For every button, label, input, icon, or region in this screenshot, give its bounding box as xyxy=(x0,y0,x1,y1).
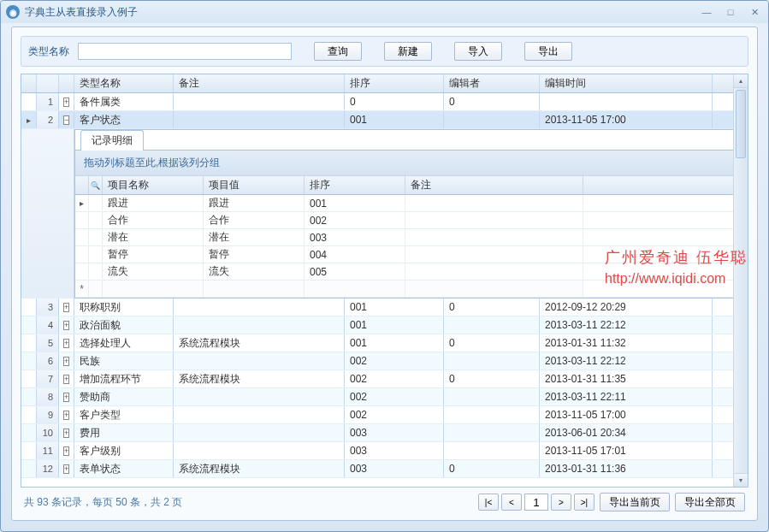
expand-icon[interactable]: + xyxy=(63,411,69,420)
header-editor[interactable]: 编辑者 xyxy=(444,74,540,92)
cell-editor[interactable] xyxy=(444,442,540,459)
scroll-up-button[interactable]: ▴ xyxy=(734,74,748,88)
cell-note[interactable] xyxy=(174,406,345,423)
detail-row[interactable]: 暂停暂停004 xyxy=(75,246,747,263)
table-row[interactable]: 5+选择处理人系统流程模块00102013-01-31 11:32 xyxy=(21,334,748,352)
cell-name[interactable]: 增加流程环节 xyxy=(74,370,174,387)
vertical-scrollbar[interactable]: ▴ ▾ xyxy=(733,74,748,487)
table-row[interactable]: 9+客户类型0022013-11-05 17:00 xyxy=(21,406,748,424)
first-page-button[interactable]: |< xyxy=(478,494,499,511)
detail-cell-sort[interactable]: 004 xyxy=(305,246,405,263)
cell-sort[interactable]: 003 xyxy=(345,424,444,441)
cell-name[interactable]: 选择处理人 xyxy=(74,334,174,352)
cell-name[interactable]: 客户级别 xyxy=(74,442,174,459)
cell-note[interactable] xyxy=(174,299,345,316)
next-page-button[interactable]: > xyxy=(551,494,571,511)
cell-time[interactable]: 2013-03-11 22:12 xyxy=(540,352,713,369)
export-current-page-button[interactable]: 导出当前页 xyxy=(600,493,670,511)
cell-note[interactable] xyxy=(174,93,345,110)
type-name-input[interactable] xyxy=(78,43,292,60)
expand-icon[interactable]: + xyxy=(63,429,69,438)
cell-editor[interactable]: 0 xyxy=(444,460,540,477)
cell-name[interactable]: 职称职别 xyxy=(74,299,174,316)
detail-row[interactable]: 跟进跟进001 xyxy=(75,195,747,212)
cell-note[interactable] xyxy=(174,388,345,405)
cell-note[interactable] xyxy=(174,111,345,128)
expand-icon[interactable]: + xyxy=(63,357,69,366)
detail-cell-value[interactable]: 流失 xyxy=(204,263,305,280)
cell-time[interactable]: 2013-11-05 17:00 xyxy=(540,406,713,423)
cell-time[interactable]: 2012-09-12 20:29 xyxy=(540,299,713,316)
detail-cell-sort[interactable]: 003 xyxy=(305,229,405,245)
expand-icon[interactable]: + xyxy=(63,446,69,456)
detail-cell-name[interactable]: 合作 xyxy=(103,212,204,228)
prev-page-button[interactable]: < xyxy=(501,494,522,511)
cell-sort[interactable]: 0 xyxy=(345,93,444,110)
table-row[interactable]: 4+政治面貌0012013-03-11 22:12 xyxy=(21,316,748,334)
header-name[interactable]: 类型名称 xyxy=(74,74,174,92)
cell-name[interactable]: 费用 xyxy=(74,424,174,441)
table-row[interactable]: 3+职称职别00102012-09-12 20:29 xyxy=(21,299,748,316)
export-button[interactable]: 导出 xyxy=(524,42,572,61)
cell-time[interactable]: 2013-06-01 20:34 xyxy=(540,424,713,441)
cell-note[interactable] xyxy=(174,316,345,334)
close-button[interactable]: ✕ xyxy=(746,6,763,18)
detail-cell-value[interactable]: 暂停 xyxy=(204,246,305,263)
table-row[interactable]: 1+备件属类00 xyxy=(21,93,748,111)
expand-icon[interactable]: + xyxy=(63,303,69,312)
cell-sort[interactable]: 001 xyxy=(345,299,444,316)
cell-note[interactable] xyxy=(174,442,345,459)
page-input[interactable] xyxy=(524,494,548,511)
cell-time[interactable]: 2013-11-05 17:00 xyxy=(540,111,713,128)
cell-note[interactable] xyxy=(174,352,345,369)
cell-note[interactable]: 系统流程模块 xyxy=(174,334,345,352)
cell-time[interactable]: 2013-01-31 11:32 xyxy=(540,334,713,352)
cell-editor[interactable]: 0 xyxy=(444,299,540,316)
detail-row[interactable]: 合作合作002 xyxy=(75,212,747,229)
cell-name[interactable]: 赞助商 xyxy=(74,388,174,405)
detail-row[interactable]: 潜在潜在003 xyxy=(75,229,747,246)
cell-name[interactable]: 客户状态 xyxy=(74,111,174,128)
tab-record-detail[interactable]: 记录明细 xyxy=(80,130,144,151)
cell-time[interactable]: 2013-03-11 22:11 xyxy=(540,388,713,405)
scroll-down-button[interactable]: ▾ xyxy=(734,473,748,487)
cell-editor[interactable] xyxy=(444,316,540,334)
cell-editor[interactable] xyxy=(444,406,540,423)
detail-cell-value[interactable]: 合作 xyxy=(204,212,305,228)
export-all-pages-button[interactable]: 导出全部页 xyxy=(675,493,745,511)
table-row[interactable]: 12+表单状态系统流程模块00302013-01-31 11:36 xyxy=(21,460,748,478)
cell-note[interactable] xyxy=(174,424,345,441)
detail-cell-note[interactable] xyxy=(405,195,583,211)
expand-icon[interactable]: + xyxy=(63,464,69,474)
cell-editor[interactable] xyxy=(444,352,540,369)
cell-time[interactable] xyxy=(540,93,713,110)
grid-body[interactable]: 1+备件属类002−客户状态0012013-11-05 17:00记录明细拖动列… xyxy=(21,93,748,487)
cell-editor[interactable] xyxy=(444,424,540,441)
expand-icon[interactable]: + xyxy=(63,321,69,330)
table-row[interactable]: 6+民族0022013-03-11 22:12 xyxy=(21,352,748,370)
detail-cell-note[interactable] xyxy=(405,229,583,245)
import-button[interactable]: 导入 xyxy=(454,42,502,61)
cell-time[interactable]: 2013-01-31 11:36 xyxy=(540,460,713,477)
cell-editor[interactable]: 0 xyxy=(444,334,540,352)
detail-header-value[interactable]: 项目值 xyxy=(204,176,305,194)
detail-cell-name[interactable]: 潜在 xyxy=(103,229,204,245)
cell-name[interactable]: 表单状态 xyxy=(74,460,174,477)
table-row[interactable]: 2−客户状态0012013-11-05 17:00 xyxy=(21,111,748,129)
cell-sort[interactable]: 002 xyxy=(345,370,444,387)
search-icon[interactable] xyxy=(89,176,103,194)
detail-cell-name[interactable]: 暂停 xyxy=(103,246,204,263)
detail-header-name[interactable]: 项目名称 xyxy=(103,176,204,194)
cell-editor[interactable] xyxy=(444,111,540,128)
collapse-icon[interactable]: − xyxy=(63,115,69,125)
detail-cell-sort[interactable]: 001 xyxy=(305,195,405,211)
cell-sort[interactable]: 002 xyxy=(345,406,444,423)
table-row[interactable]: 7+增加流程环节系统流程模块00202013-01-31 11:35 xyxy=(21,370,748,388)
header-time[interactable]: 编辑时间 xyxy=(540,74,713,92)
cell-sort[interactable]: 001 xyxy=(345,334,444,352)
cell-name[interactable]: 政治面貌 xyxy=(74,316,174,334)
detail-cell-name[interactable]: 流失 xyxy=(103,263,204,280)
detail-cell-value[interactable]: 潜在 xyxy=(204,229,305,245)
cell-editor[interactable]: 0 xyxy=(444,93,540,110)
maximize-button[interactable]: □ xyxy=(722,6,739,18)
